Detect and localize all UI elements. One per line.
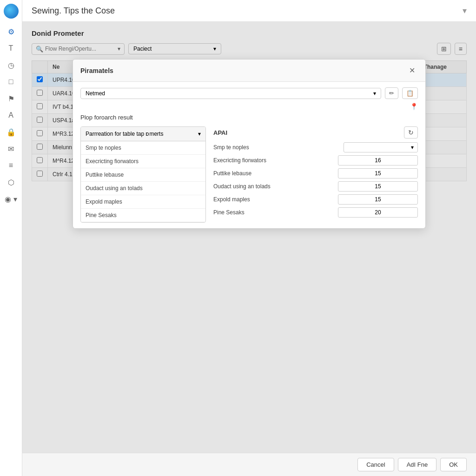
pin-icon: 📍 [410, 103, 418, 110]
left-row-expold[interactable]: Expold maples [81, 195, 205, 209]
right-row-puttike: Puttike lebause [213, 168, 418, 178]
left-row-smp[interactable]: Smp te noples [81, 141, 205, 155]
add-fine-button[interactable]: AdI Fne [398, 458, 437, 471]
page-title: Sewing. Tips the Cose [32, 6, 115, 16]
left-panel-rows: Smp te noples Execricting fiorwators Put… [81, 141, 205, 222]
right-row-pine: Pine Sesaks [213, 207, 418, 218]
right-row-expold: Expold maples [213, 194, 418, 205]
sidebar-icon-document[interactable]: □ [4, 74, 19, 89]
modal-body: Netmed ▾ ✏ 📋 📍 Plop foroarch result [73, 82, 425, 228]
execricting-input[interactable] [338, 155, 418, 165]
sidebar: ⚙ T ◷ □ ⚑ A 🔒 ✉ ≡ ⬡ ◉ ▾ [0, 0, 22, 476]
sidebar-icon-user[interactable]: A [4, 108, 19, 123]
right-row-expold-label: Expold maples [213, 196, 338, 203]
oudact-input[interactable] [338, 181, 418, 192]
sidebar-icon-menu[interactable]: ≡ [4, 158, 19, 173]
modal-header: Piramatels ✕ [73, 60, 425, 82]
pine-input[interactable] [338, 207, 418, 218]
modal-calendar-button[interactable]: 📋 [402, 87, 418, 99]
modal-toolbar: Netmed ▾ ✏ 📋 [80, 87, 418, 99]
modal-subtitle: Plop foroarch result [80, 114, 418, 121]
right-row-oudact-label: Oudact using an tolads [213, 183, 338, 190]
ok-button[interactable]: OK [440, 458, 467, 471]
left-panel-header[interactable]: Parrreation for table tap ɒmerts ▾ [81, 127, 205, 141]
app-logo[interactable] [4, 4, 19, 19]
right-row-execricting-label: Execricting fiorwators [213, 157, 338, 164]
modal-title: Piramatels [80, 67, 113, 74]
footer: Cancel AdI Fne OK [22, 453, 476, 476]
left-row-execricting[interactable]: Execricting fiorwators [81, 155, 205, 168]
refresh-button[interactable]: ↻ [404, 126, 418, 139]
right-panel-label: APAI [213, 129, 227, 136]
puttike-input[interactable] [338, 168, 418, 178]
smp-select[interactable]: ▾ [344, 142, 418, 152]
sidebar-icon-clock[interactable]: ◷ [4, 58, 19, 73]
modal-content-area: Parrreation for table tap ɒmerts ▾ Smp t… [80, 126, 418, 223]
right-row-smp: Smp te noples ▾ [213, 142, 418, 152]
modal-edit-button[interactable]: ✏ [385, 87, 398, 99]
modal-overlay: Piramatels ✕ Netmed ▾ ✏ 📋 [22, 22, 476, 453]
expold-input[interactable] [338, 194, 418, 205]
modal-netmed-dropdown[interactable]: Netmed ▾ [80, 88, 381, 99]
left-row-oudact[interactable]: Oudact using an tolads [81, 182, 205, 195]
sidebar-icon-text[interactable]: T [4, 41, 19, 56]
sidebar-icon-flag[interactable]: ⚑ [4, 91, 19, 106]
right-row-smp-label: Smp te noples [213, 144, 344, 151]
left-panel-header-label: Parrreation for table tap ɒmerts [86, 131, 163, 137]
left-row-pine[interactable]: Pine Sesaks [81, 209, 205, 222]
modal-piramatels: Piramatels ✕ Netmed ▾ ✏ 📋 [73, 59, 426, 229]
right-row-execricting: Execricting fiorwators [213, 155, 418, 165]
sidebar-icon-puzzle[interactable]: ⬡ [4, 175, 19, 190]
page-content: Donid Prometer 🔍 ▾ Paciect ▾ ⊞ ≡ Ne C [22, 22, 476, 453]
left-row-puttike[interactable]: Puttike lebause [81, 168, 205, 182]
right-panel: APAI ↻ Smp te noples ▾ [213, 126, 418, 223]
cancel-button[interactable]: Cancel [357, 458, 394, 471]
modal-netmed-label: Netmed [86, 90, 105, 97]
sidebar-icon-lock[interactable]: 🔒 [4, 125, 19, 139]
modal-close-button[interactable]: ✕ [406, 65, 418, 76]
smp-select-arrow: ▾ [411, 144, 414, 151]
sidebar-icon-mail[interactable]: ✉ [4, 141, 19, 156]
sidebar-icon-settings[interactable]: ⚙ [4, 24, 19, 39]
right-panel-header: APAI ↻ [213, 126, 418, 139]
left-panel: Parrreation for table tap ɒmerts ▾ Smp t… [80, 126, 206, 223]
left-panel-chevron: ▾ [198, 131, 201, 137]
main-area: Sewing. Tips the Cose ▾ Donid Prometer 🔍… [22, 0, 476, 476]
right-row-oudact: Oudact using an tolads [213, 181, 418, 192]
right-panel-rows: Smp te noples ▾ Execricting fiorwators [213, 142, 418, 218]
header-chevron-icon: ▾ [463, 6, 467, 16]
right-row-puttike-label: Puttike lebause [213, 170, 338, 177]
right-row-pine-label: Pine Sesaks [213, 209, 338, 216]
modal-dropdown-arrow: ▾ [373, 90, 376, 97]
sidebar-icon-eye[interactable]: ◉ ▾ [4, 192, 19, 206]
header: Sewing. Tips the Cose ▾ [22, 0, 476, 22]
